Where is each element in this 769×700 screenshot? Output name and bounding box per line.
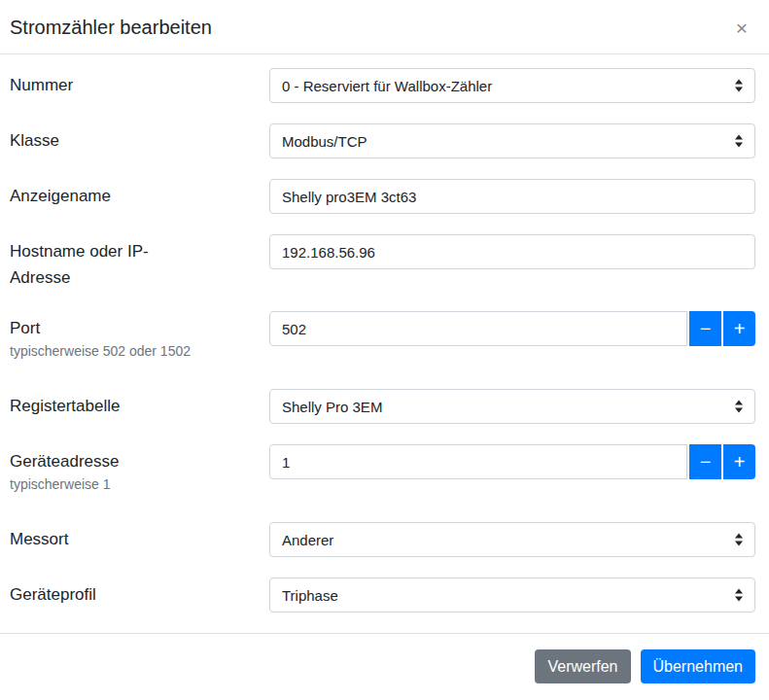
geraeteadresse-input[interactable] <box>269 444 687 479</box>
field-row-hostname: Hostname oder IP-Adresse <box>10 234 755 291</box>
messort-select[interactable]: Anderer <box>269 522 755 557</box>
klasse-control: Modbus/TCP <box>269 123 755 158</box>
messort-control: Anderer <box>269 522 755 557</box>
registertabelle-select[interactable]: Shelly Pro 3EM <box>269 389 755 424</box>
edit-meter-modal: Stromzähler bearbeiten × Nummer 0 - Rese… <box>0 0 769 700</box>
field-row-geraeteprofil: Geräteprofil Triphase <box>10 578 755 612</box>
field-label-nummer: Nummer <box>10 68 269 98</box>
plus-icon: + <box>734 319 746 338</box>
geraeteadresse-decrement-button[interactable]: − <box>689 444 721 479</box>
anzeigename-control <box>269 179 755 214</box>
field-label-geraeteprofil: Geräteprofil <box>10 578 269 608</box>
modal-title: Stromzähler bearbeiten <box>10 15 212 40</box>
port-control: − + <box>269 311 755 346</box>
field-label-geraeteadresse: Geräteadresse <box>10 444 269 474</box>
geraeteadresse-increment-button[interactable]: + <box>723 444 755 479</box>
hostname-control <box>269 234 755 269</box>
nummer-select[interactable]: 0 - Reserviert für Wallbox-Zähler <box>269 68 755 103</box>
plus-icon: + <box>734 452 746 472</box>
field-label-klasse: Klasse <box>10 123 269 154</box>
field-label-anzeigename: Anzeigename <box>10 179 269 209</box>
field-row-messort: Messort Anderer <box>10 522 755 557</box>
field-label-hostname: Hostname oder IP-Adresse <box>10 234 185 291</box>
nummer-control: 0 - Reserviert für Wallbox-Zähler <box>269 68 755 103</box>
field-row-anzeigename: Anzeigename <box>10 179 755 214</box>
modal-header: Stromzähler bearbeiten × <box>0 0 769 54</box>
geraeteprofil-select[interactable]: Triphase <box>269 578 755 612</box>
port-increment-button[interactable]: + <box>723 311 755 346</box>
field-row-registertabelle: Registertabelle Shelly Pro 3EM <box>10 389 755 424</box>
port-label-block: Port typischerweise 502 oder 1502 <box>10 311 269 362</box>
field-helper-geraeteadresse: typischerweise 1 <box>10 474 269 495</box>
field-label-registertabelle: Registertabelle <box>10 389 269 419</box>
minus-icon: − <box>700 452 712 472</box>
hostname-input[interactable] <box>269 234 755 269</box>
geraeteprofil-control: Triphase <box>269 578 755 612</box>
port-decrement-button[interactable]: − <box>689 311 721 346</box>
anzeigename-input[interactable] <box>269 179 755 214</box>
field-row-port: Port typischerweise 502 oder 1502 − + <box>10 311 755 362</box>
field-row-geraeteadresse: Geräteadresse typischerweise 1 − + <box>10 444 755 495</box>
modal-body: Nummer 0 - Reserviert für Wallbox-Zähler… <box>0 54 769 633</box>
apply-button[interactable]: Übernehmen <box>641 649 756 683</box>
registertabelle-control: Shelly Pro 3EM <box>269 389 755 424</box>
port-input[interactable] <box>269 311 687 346</box>
close-icon[interactable]: × <box>730 16 753 40</box>
field-row-klasse: Klasse Modbus/TCP <box>10 123 755 158</box>
discard-button[interactable]: Verwerfen <box>535 649 630 683</box>
minus-icon: − <box>700 319 712 338</box>
field-label-messort: Messort <box>10 522 269 552</box>
geraeteadresse-label-block: Geräteadresse typischerweise 1 <box>10 444 269 495</box>
field-helper-port: typischerweise 502 oder 1502 <box>10 341 269 362</box>
field-label-port: Port <box>10 311 269 341</box>
geraeteadresse-control: − + <box>269 444 755 479</box>
modal-footer: Verwerfen Übernehmen <box>0 633 769 700</box>
klasse-select[interactable]: Modbus/TCP <box>269 123 755 158</box>
field-row-nummer: Nummer 0 - Reserviert für Wallbox-Zähler <box>10 68 755 103</box>
